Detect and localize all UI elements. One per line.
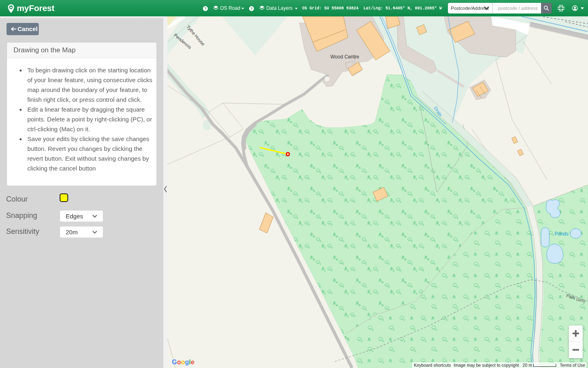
svg-text:Ponds: Ponds: [555, 231, 568, 237]
svg-text:Wood Centre: Wood Centre: [330, 54, 359, 60]
svg-text:?: ?: [250, 7, 252, 11]
svg-text:?: ?: [204, 7, 206, 11]
